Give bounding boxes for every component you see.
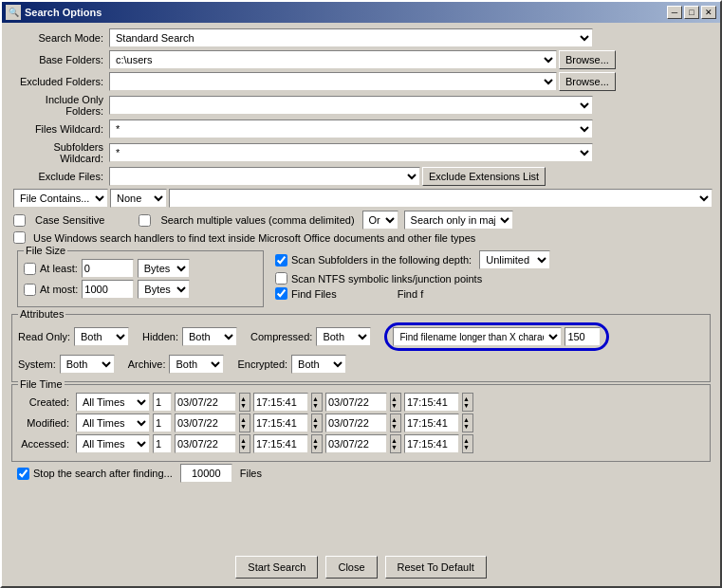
- accessed-date1-input[interactable]: [175, 434, 236, 453]
- maximize-button[interactable]: □: [684, 6, 699, 19]
- created-time2-input[interactable]: [404, 393, 459, 412]
- search-mode-row: Search Mode: Standard Search: [9, 28, 713, 47]
- modified-time1-input[interactable]: [253, 413, 308, 432]
- action-buttons: Start Search Close Reset To Default: [2, 556, 720, 579]
- files-label: Files: [240, 468, 262, 479]
- minimize-button[interactable]: ─: [667, 6, 682, 19]
- find-files-checkbox[interactable]: [275, 287, 287, 300]
- include-only-label: Include Only Folders:: [9, 94, 109, 117]
- none-select[interactable]: None: [110, 189, 167, 208]
- hidden-label: Hidden:: [142, 331, 178, 342]
- accessed-time2-spin[interactable]: ▲▼: [462, 434, 473, 453]
- use-windows-row: Use Windows search handlers to find text…: [9, 231, 713, 244]
- find-files-label: Find Files: [291, 288, 337, 300]
- readonly-select[interactable]: Both: [74, 327, 129, 346]
- find-filename-select[interactable]: Find filename longer than X charact: [393, 327, 562, 346]
- modified-time1-spin[interactable]: ▲▼: [311, 413, 323, 432]
- modified-time2-input[interactable]: [404, 413, 459, 432]
- subfolders-wildcard-row: Subfolders Wildcard: *: [9, 141, 713, 164]
- file-contains-select[interactable]: File Contains...: [13, 189, 108, 208]
- created-date2-spin[interactable]: ▲▼: [390, 393, 401, 412]
- find-filename-input[interactable]: [565, 327, 601, 346]
- excluded-folders-select[interactable]: [109, 72, 557, 91]
- accessed-date2-spin[interactable]: ▲▼: [390, 434, 401, 453]
- exclude-files-label: Exclude Files:: [9, 171, 109, 182]
- case-sensitive-checkbox[interactable]: [13, 214, 26, 227]
- form-content: Search Mode: Standard Search Base Folder…: [2, 23, 720, 488]
- find-filename-highlight: Find filename longer than X charact: [384, 322, 609, 351]
- files-wildcard-select[interactable]: *: [109, 119, 593, 138]
- close-button[interactable]: ✕: [701, 6, 716, 19]
- accessed-time1-input[interactable]: [253, 434, 308, 453]
- created-time2-spin[interactable]: ▲▼: [462, 393, 473, 412]
- accessed-select[interactable]: All Times: [76, 434, 150, 453]
- modified-date2-input[interactable]: [325, 413, 387, 432]
- at-most-input[interactable]: [82, 280, 134, 299]
- at-least-input[interactable]: [82, 259, 134, 278]
- created-time1-spin[interactable]: ▲▼: [311, 393, 323, 412]
- exclude-ext-button[interactable]: Exclude Extensions List: [422, 167, 546, 186]
- created-date1-spin[interactable]: ▲▼: [239, 393, 250, 412]
- modified-time2-spin[interactable]: ▲▼: [462, 413, 473, 432]
- archive-select[interactable]: Both: [169, 355, 224, 374]
- accessed-row: Accessed: All Times ▲▼ ▲▼ ▲▼ ▲▼: [18, 434, 704, 453]
- stop-row: Stop the search after finding... Files: [9, 464, 713, 483]
- exclude-files-row: Exclude Files: Exclude Extensions List: [9, 167, 713, 186]
- scan-ntfs-checkbox[interactable]: [275, 272, 287, 285]
- excluded-folders-browse-button[interactable]: Browse...: [559, 72, 616, 91]
- or-select[interactable]: Or: [362, 211, 398, 230]
- created-select[interactable]: All Times: [76, 393, 150, 412]
- scan-subfolders-row: Scan Subfolders in the following depth: …: [275, 250, 711, 269]
- reset-button[interactable]: Reset To Default: [385, 556, 487, 579]
- excluded-folders-label: Excluded Folders:: [9, 76, 109, 87]
- modified-date1-spin[interactable]: ▲▼: [239, 413, 250, 432]
- at-most-unit-select[interactable]: Bytes: [138, 280, 190, 299]
- scan-subfolders-checkbox[interactable]: [275, 254, 287, 266]
- modified-date2-spin[interactable]: ▲▼: [390, 413, 401, 432]
- base-folders-select[interactable]: c:\users: [109, 50, 557, 69]
- scan-ntfs-label: Scan NTFS symbolic links/junction points: [291, 273, 482, 285]
- at-least-checkbox[interactable]: [24, 263, 36, 275]
- at-least-unit-select[interactable]: Bytes: [138, 259, 190, 278]
- search-multiple-checkbox[interactable]: [139, 214, 151, 227]
- search-mode-label: Search Mode:: [9, 32, 109, 44]
- encrypted-select[interactable]: Both: [291, 355, 346, 374]
- created-date1-input[interactable]: [175, 393, 236, 412]
- base-folders-row: Base Folders: c:\users Browse...: [9, 50, 713, 69]
- created-date2-input[interactable]: [325, 393, 387, 412]
- use-windows-checkbox[interactable]: [13, 231, 26, 244]
- exclude-files-select[interactable]: [109, 167, 420, 186]
- start-search-button[interactable]: Start Search: [235, 556, 318, 579]
- stop-input[interactable]: [180, 464, 232, 483]
- close-button-bottom[interactable]: Close: [325, 556, 377, 579]
- search-mode-select[interactable]: Standard Search: [109, 28, 593, 47]
- created-num-input[interactable]: [153, 393, 172, 412]
- modified-row: Modified: All Times ▲▼ ▲▼ ▲▼ ▲▼: [18, 413, 704, 432]
- depth-select[interactable]: Unlimited: [479, 250, 550, 269]
- find-files-row: Find Files Find f: [275, 287, 711, 300]
- files-wildcard-label: Files Wildcard:: [9, 123, 109, 135]
- excluded-folders-row: Excluded Folders: Browse...: [9, 72, 713, 91]
- subfolders-wildcard-select[interactable]: *: [109, 143, 593, 162]
- hidden-select[interactable]: Both: [182, 327, 237, 346]
- file-contains-value-select[interactable]: [169, 189, 713, 208]
- modified-select[interactable]: All Times: [76, 413, 150, 432]
- accessed-date1-spin[interactable]: ▲▼: [239, 434, 250, 453]
- search-major-select[interactable]: Search only in major stre: [404, 211, 513, 230]
- accessed-date2-input[interactable]: [325, 434, 387, 453]
- stop-checkbox[interactable]: [17, 468, 29, 480]
- system-select[interactable]: Both: [60, 355, 115, 374]
- created-time1-input[interactable]: [253, 393, 308, 412]
- accessed-time2-input[interactable]: [404, 434, 459, 453]
- at-most-row: At most: Bytes: [24, 280, 257, 299]
- compressed-select[interactable]: Both: [316, 327, 371, 346]
- at-most-checkbox[interactable]: [24, 284, 36, 296]
- include-only-select[interactable]: [109, 96, 593, 115]
- compressed-label: Compressed:: [250, 331, 312, 342]
- accessed-num-input[interactable]: [153, 434, 172, 453]
- base-folders-browse-button[interactable]: Browse...: [559, 50, 616, 69]
- scan-ntfs-row: Scan NTFS symbolic links/junction points: [275, 272, 711, 285]
- modified-date1-input[interactable]: [175, 413, 236, 432]
- accessed-time1-spin[interactable]: ▲▼: [311, 434, 323, 453]
- modified-num-input[interactable]: [153, 413, 172, 432]
